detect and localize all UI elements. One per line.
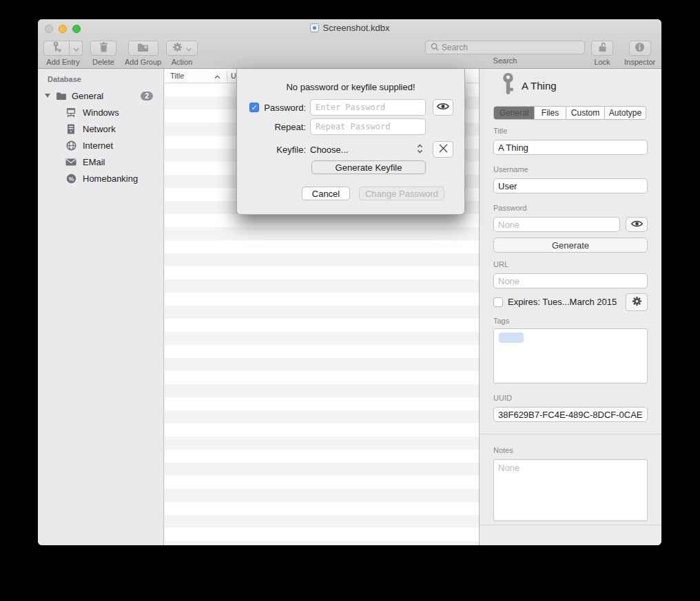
close-x-icon	[439, 144, 448, 155]
sidebar-item-internet[interactable]: Internet	[38, 137, 163, 154]
toolbar: Add Entry Delete Add Group	[38, 39, 661, 69]
homebanking-icon: %	[65, 173, 77, 184]
tab-autotype[interactable]: Autotype	[604, 107, 646, 119]
tags-field-label: Tags	[493, 317, 509, 325]
password-input[interactable]	[493, 217, 620, 232]
sidebar-item-general[interactable]: General 2	[38, 87, 163, 104]
eye-icon	[631, 220, 643, 230]
username-input[interactable]	[493, 178, 648, 193]
url-field-label: URL	[493, 260, 508, 268]
unlocked-padlock-icon	[597, 41, 608, 55]
folder-plus-icon	[137, 42, 149, 54]
title-bar[interactable]: Screenshot.kdbx	[38, 19, 661, 39]
section-divider	[480, 525, 661, 525]
key-plus-icon	[52, 41, 61, 56]
column-divider[interactable]	[227, 71, 227, 81]
sidebar-section-database: Database	[48, 75, 81, 83]
password-field-label: Password	[493, 204, 526, 212]
tab-general[interactable]: General	[494, 107, 534, 119]
tab-files[interactable]: Files	[534, 107, 566, 119]
enter-password-input[interactable]	[310, 99, 426, 116]
expires-label: Expires: Tues...March 2015	[508, 297, 617, 307]
keyfile-label: Keyfile:	[249, 145, 306, 155]
tags-box[interactable]	[493, 328, 648, 383]
expires-checkbox[interactable]	[493, 297, 503, 307]
window-chrome: Screenshot.kdbx	[38, 19, 661, 69]
internet-icon	[65, 140, 77, 151]
add-group-button[interactable]	[128, 41, 158, 56]
entry-title: A Thing	[522, 80, 557, 92]
eye-icon	[437, 102, 449, 113]
group-sidebar: Database General 2 Windows Network	[38, 69, 164, 545]
add-entry-label: Add Entry	[46, 58, 79, 66]
section-divider	[480, 434, 661, 434]
sidebar-item-label: Internet	[83, 140, 113, 151]
repeat-password-input[interactable]	[310, 118, 426, 135]
lock-label: Lock	[594, 58, 610, 66]
search-label: Search	[493, 56, 517, 65]
keyfile-popup-button[interactable]: Choose...	[310, 141, 426, 158]
expires-date-picker-button[interactable]	[626, 293, 648, 311]
generate-password-button[interactable]: Generate	[493, 238, 648, 253]
entry-count-badge: 2	[141, 92, 153, 101]
sidebar-item-windows[interactable]: Windows	[38, 104, 163, 120]
clear-keyfile-button[interactable]	[433, 141, 453, 158]
add-entry-dropdown-button[interactable]	[70, 41, 83, 56]
uuid-field-label: UUID	[493, 394, 512, 402]
sidebar-item-label: General	[72, 91, 103, 101]
reveal-password-button[interactable]	[626, 217, 648, 232]
sidebar-item-email[interactable]: EMail	[38, 154, 163, 170]
column-header-title[interactable]: Title	[170, 72, 184, 80]
email-icon	[65, 158, 77, 166]
lock-button[interactable]	[591, 41, 613, 56]
delete-button[interactable]	[90, 41, 116, 56]
disclosure-triangle-icon[interactable]	[45, 94, 50, 98]
sidebar-item-label: Network	[83, 124, 116, 134]
inspector-label: Inspector	[624, 58, 655, 66]
action-label: Action	[172, 58, 193, 66]
inspector-tabs: General Files Custom Autotype	[493, 106, 646, 120]
add-group-label: Add Group	[125, 58, 161, 66]
inspector-button[interactable]	[629, 41, 651, 56]
delete-label: Delete	[92, 58, 114, 66]
sheet-warning-text: No password or keyfile supplied!	[237, 82, 464, 92]
cancel-button[interactable]: Cancel	[302, 187, 350, 200]
notes-textarea[interactable]	[493, 459, 648, 521]
notes-field-label: Notes	[493, 446, 513, 454]
search-placeholder: Search	[442, 43, 468, 52]
windows-icon	[65, 107, 77, 117]
url-input[interactable]	[493, 273, 648, 288]
gear-icon	[632, 296, 642, 308]
chevron-down-icon	[73, 42, 79, 54]
info-icon	[635, 42, 645, 55]
sidebar-item-homebanking[interactable]: % Homebanking	[38, 170, 163, 187]
generate-keyfile-button[interactable]: Generate Keyfile	[311, 160, 426, 174]
reveal-password-button[interactable]	[433, 99, 453, 116]
key-icon	[501, 73, 515, 98]
tab-custom[interactable]: Custom	[566, 107, 604, 119]
sidebar-item-label: EMail	[83, 157, 105, 167]
inspector-panel: A Thing General Files Custom Autotype Ti…	[479, 69, 661, 545]
uuid-input[interactable]	[493, 407, 648, 422]
title-input[interactable]	[493, 140, 648, 155]
trash-icon	[99, 42, 108, 55]
network-icon	[65, 124, 77, 134]
action-button[interactable]	[166, 41, 198, 56]
app-window: Screenshot.kdbx	[38, 19, 661, 545]
sidebar-item-network[interactable]: Network	[38, 120, 163, 137]
repeat-label: Repeat:	[249, 122, 306, 132]
change-password-button[interactable]: Change Password	[359, 187, 444, 200]
search-icon	[431, 41, 439, 54]
search-input[interactable]: Search	[425, 41, 585, 54]
title-field-label: Title	[493, 127, 507, 135]
window-title: Screenshot.kdbx	[323, 23, 390, 33]
tag-pill[interactable]	[499, 333, 524, 343]
add-entry-button[interactable]	[43, 41, 70, 56]
folder-icon	[55, 92, 68, 100]
stepper-icon	[417, 143, 423, 156]
sidebar-item-label: Homebanking	[83, 173, 138, 184]
document-proxy-icon	[310, 23, 319, 32]
chevron-down-icon	[186, 42, 192, 54]
sort-ascending-icon	[214, 72, 220, 81]
gear-icon	[172, 42, 183, 55]
